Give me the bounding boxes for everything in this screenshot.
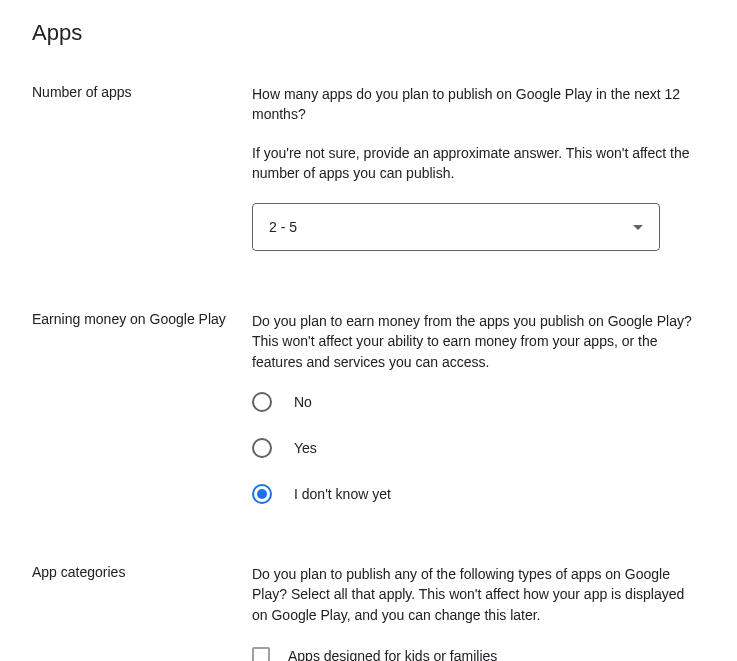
checkbox-label-kids: Apps designed for kids or families: [288, 648, 497, 661]
select-number-of-apps-value: 2 - 5: [269, 219, 297, 235]
section-earning: Earning money on Google Play Do you plan…: [32, 311, 705, 504]
page-title: Apps: [32, 20, 705, 46]
radio-option-unknown[interactable]: I don't know yet: [252, 484, 692, 504]
content-earning: Do you plan to earn money from the apps …: [252, 311, 692, 504]
select-number-of-apps[interactable]: 2 - 5: [252, 203, 660, 251]
desc-categories: Do you plan to publish any of the follow…: [252, 564, 692, 625]
label-number-of-apps: Number of apps: [32, 84, 252, 251]
checkbox-icon: [252, 647, 270, 661]
radio-option-yes[interactable]: Yes: [252, 438, 692, 458]
label-earning: Earning money on Google Play: [32, 311, 252, 504]
chevron-down-icon: [633, 225, 643, 230]
radio-group-earning: No Yes I don't know yet: [252, 392, 692, 504]
radio-icon: [252, 438, 272, 458]
checkbox-option-kids[interactable]: Apps designed for kids or families: [252, 647, 692, 661]
label-categories: App categories: [32, 564, 252, 661]
section-number-of-apps: Number of apps How many apps do you plan…: [32, 84, 705, 251]
desc-number-of-apps-1: How many apps do you plan to publish on …: [252, 84, 692, 125]
radio-label-no: No: [294, 394, 312, 410]
radio-icon: [252, 392, 272, 412]
desc-earning: Do you plan to earn money from the apps …: [252, 311, 692, 372]
radio-label-unknown: I don't know yet: [294, 486, 391, 502]
radio-label-yes: Yes: [294, 440, 317, 456]
desc-number-of-apps-2: If you're not sure, provide an approxima…: [252, 143, 692, 184]
select-number-of-apps-wrap: 2 - 5: [252, 203, 660, 251]
content-categories: Do you plan to publish any of the follow…: [252, 564, 692, 661]
content-number-of-apps: How many apps do you plan to publish on …: [252, 84, 692, 251]
section-categories: App categories Do you plan to publish an…: [32, 564, 705, 661]
radio-icon-selected: [252, 484, 272, 504]
radio-option-no[interactable]: No: [252, 392, 692, 412]
